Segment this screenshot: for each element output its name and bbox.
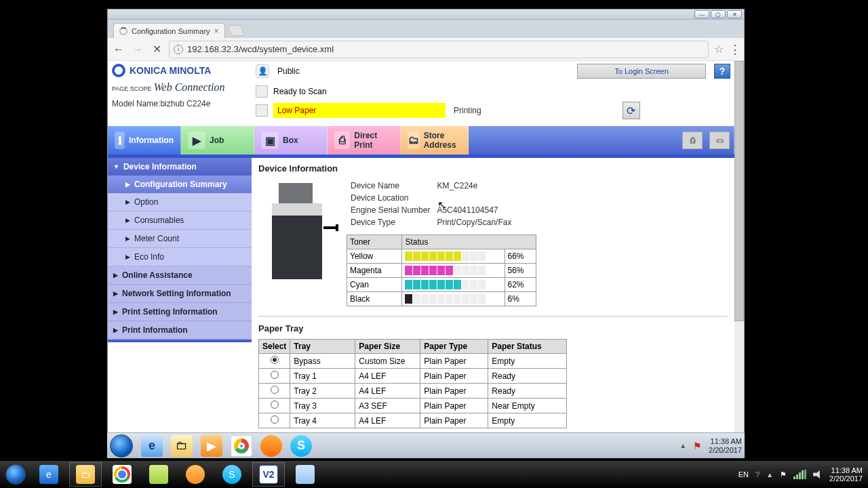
tab-strip: Configuration Summary × [108, 20, 744, 38]
host-notes-icon[interactable] [142, 462, 175, 487]
host-clock[interactable]: 11:38 AM 2/20/2017 [829, 466, 863, 483]
host-lang-indicator[interactable]: EN [738, 470, 749, 479]
tray-row: Tray 4A4 LEFPlain PaperEmpty [259, 413, 567, 428]
tray-alert-icon[interactable]: ⚑ [693, 441, 702, 451]
tab-direct-print[interactable]: ⎙Direct Print [328, 126, 401, 155]
window-close-button[interactable]: ✕ [727, 10, 742, 18]
sidebar-eco-info[interactable]: ▶Eco Info [108, 248, 252, 266]
stop-button[interactable]: ✕ [150, 43, 163, 56]
tab-information[interactable]: ℹInformation [108, 126, 181, 155]
tray-expand-icon[interactable]: ▲ [679, 442, 686, 449]
sidebar-print-setting-information[interactable]: ▶Print Setting Information [108, 303, 252, 321]
scanner-icon [256, 85, 268, 98]
new-tab-button[interactable] [227, 25, 245, 36]
back-button[interactable]: ← [112, 43, 125, 56]
taskbar-firefox-icon[interactable] [260, 435, 282, 457]
host-app-icon[interactable] [179, 462, 212, 487]
host-explorer-icon[interactable]: 🗀 [69, 462, 102, 487]
host-help-icon[interactable]: ? [755, 470, 760, 479]
address-bar[interactable]: i 192.168.32.3/wcd/system_device.xml [169, 41, 709, 58]
host-ie-icon[interactable]: e [33, 462, 65, 487]
panel-view-button[interactable]: ▭ [709, 131, 730, 149]
refresh-button[interactable]: ⟳ [623, 102, 640, 119]
remote-start-button[interactable] [110, 434, 133, 458]
host-flag-icon[interactable]: ⚑ [780, 470, 787, 479]
main-tabs: ℹInformation ▶Job ▣Box ⎙Direct Print 🗂St… [108, 126, 734, 155]
host-notepad-icon[interactable] [289, 462, 321, 487]
device-fields: Device NameKM_C224e Device Location Engi… [347, 179, 515, 229]
taskbar-chrome-icon[interactable] [231, 435, 252, 457]
loading-spinner-icon [119, 27, 127, 35]
host-skype-icon[interactable]: S [216, 462, 248, 487]
main-content: Device Information Device NameKM_C224e D… [252, 158, 734, 432]
remote-taskbar: e 🗀 ▶ S ▲ ⚑ 11:38 AM 2/20/2017 [107, 432, 745, 458]
toner-row: Cyan62% [347, 278, 536, 292]
toolbar: ← → ✕ i 192.168.32.3/wcd/system_device.x… [108, 38, 744, 61]
sidebar-network-setting-information[interactable]: ▶Network Setting Information [108, 285, 252, 303]
host-start-button[interactable] [0, 461, 31, 488]
toner-row: Magenta56% [347, 264, 536, 278]
page-content: KONICA MINOLTA PAGE SCOPE Web Connection… [108, 61, 734, 432]
tray-select-radio[interactable] [271, 401, 279, 409]
sidebar-consumables[interactable]: ▶Consumables [108, 211, 252, 230]
sidebar-print-information[interactable]: ▶Print Information [108, 321, 252, 340]
sidebar-configuration-summary[interactable]: ▶Configuration Summary [108, 176, 252, 193]
chrome-browser: Configuration Summary × ← → ✕ i 192.168.… [108, 20, 744, 432]
brand-block: KONICA MINOLTA PAGE SCOPE Web Connection… [112, 64, 253, 108]
brand-logo-icon [112, 64, 125, 77]
tab-spacer: ⎙ ▭ [469, 126, 734, 155]
host-taskbar: e 🗀 S V2 EN ? ▲ ⚑ 11:38 AM 2/20/2017 [0, 461, 868, 488]
help-button[interactable]: ? [714, 64, 730, 79]
status-ready: Ready to Scan [273, 87, 327, 96]
bookmark-star-icon[interactable]: ☆ [714, 43, 724, 56]
model-value: bizhub C224e [160, 99, 210, 108]
device-view-button[interactable]: ⎙ [682, 131, 703, 149]
tray-select-radio[interactable] [271, 386, 279, 394]
web-connection-label: Web Connection [154, 81, 225, 93]
device-info-heading: Device Information [258, 163, 728, 174]
tray-select-radio[interactable] [271, 356, 279, 364]
tab-close-icon[interactable]: × [214, 26, 219, 36]
tray-row: BypassCustom SizePlain PaperEmpty [259, 354, 567, 369]
toner-row: Yellow66% [347, 249, 536, 264]
tab-box[interactable]: ▣Box [254, 126, 328, 155]
sidebar-online-assistance[interactable]: ▶Online Assistance [108, 266, 252, 285]
host-tray-expand-icon[interactable]: ▲ [766, 471, 773, 479]
model-label: Model Name: [112, 99, 160, 108]
taskbar-media-icon[interactable]: ▶ [201, 435, 222, 457]
to-login-button[interactable]: To Login Screen [577, 64, 706, 79]
printer-icon [256, 104, 268, 117]
user-mode: Public [277, 66, 300, 76]
host-vnc-icon[interactable]: V2 [252, 462, 285, 487]
vertical-scrollbar[interactable] [734, 61, 744, 432]
tray-select-radio[interactable] [271, 415, 279, 424]
browser-menu-button[interactable]: ⋮ [729, 42, 740, 57]
sidebar-meter-count[interactable]: ▶Meter Count [108, 230, 252, 248]
paper-tray-table: Select Tray Paper Size Paper Type Paper … [258, 339, 567, 428]
window-titlebar: — ▢ ✕ [108, 9, 744, 20]
site-info-icon[interactable]: i [174, 45, 183, 54]
tab-store-address[interactable]: 🗂Store Address [401, 126, 469, 155]
info-icon: ℹ [115, 131, 125, 149]
scrollbar-thumb[interactable] [734, 61, 744, 321]
window-minimize-button[interactable]: — [694, 10, 709, 18]
browser-tab[interactable]: Configuration Summary × [113, 23, 225, 38]
window-maximize-button[interactable]: ▢ [711, 10, 726, 18]
user-icon: 👤 [256, 64, 269, 78]
remote-clock[interactable]: 11:38 AM 2/20/2017 [709, 437, 742, 453]
box-icon: ▣ [261, 131, 279, 149]
tray-select-radio[interactable] [271, 371, 279, 379]
sidebar-device-information[interactable]: ▼Device Information [108, 158, 252, 176]
sidebar-option[interactable]: ▶Option [108, 193, 252, 211]
forward-button[interactable]: → [131, 43, 144, 56]
tray-row: Tray 1A4 LEFPlain PaperReady [259, 369, 567, 384]
tab-job[interactable]: ▶Job [181, 126, 254, 155]
host-network-icon[interactable] [793, 470, 806, 479]
host-chrome-icon[interactable] [106, 462, 138, 487]
remote-system-tray: ▲ ⚑ 11:38 AM 2/20/2017 [679, 437, 742, 453]
warning-banner: Low Paper [273, 103, 446, 118]
host-volume-icon[interactable] [813, 470, 823, 479]
taskbar-skype-icon[interactable]: S [290, 435, 312, 457]
taskbar-ie-icon[interactable]: e [141, 435, 163, 457]
taskbar-explorer-icon[interactable]: 🗀 [171, 435, 193, 457]
